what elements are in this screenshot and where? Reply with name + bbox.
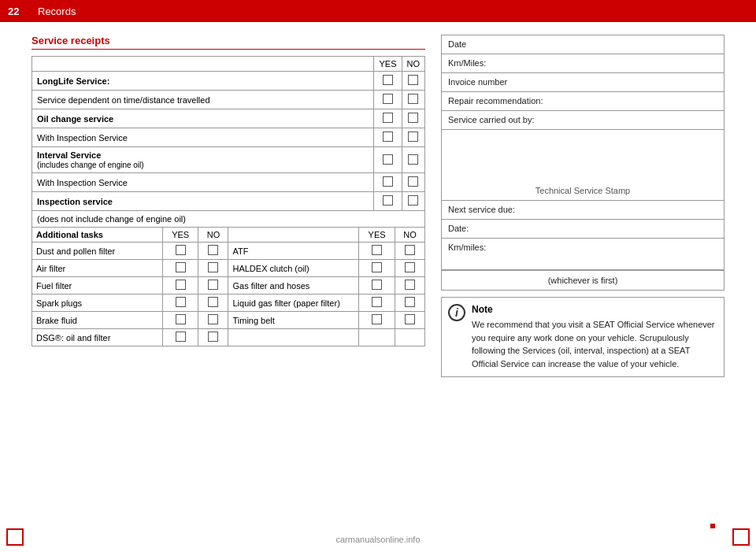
fuel-filter-label: Fuel filter [32, 277, 163, 295]
checkbox-spark-no[interactable] [208, 297, 218, 307]
dsg-label: DSG®: oil and filter [32, 329, 163, 346]
checkbox-brake-yes[interactable] [176, 314, 186, 324]
checkbox-liquid-gas-yes[interactable] [372, 297, 382, 307]
with-insp2-no-check[interactable] [402, 173, 425, 192]
brake-fluid-label: Brake fluid [32, 312, 163, 329]
with-insp1-no-check[interactable] [402, 128, 425, 147]
timing-no[interactable] [395, 312, 424, 329]
checkbox-with-insp1-no[interactable] [408, 132, 418, 142]
dsg-right-empty [228, 329, 359, 346]
checkbox-longlife-no[interactable] [408, 75, 418, 85]
air-yes[interactable] [162, 260, 198, 277]
checkbox-service-dep-no[interactable] [408, 94, 418, 104]
checkbox-oil-yes[interactable] [383, 113, 393, 123]
checkbox-air-no[interactable] [208, 262, 218, 272]
whichever-label: (whichever is first) [548, 276, 618, 285]
atf-yes[interactable] [359, 243, 395, 260]
air-no[interactable] [198, 260, 228, 277]
checkbox-with-insp2-no[interactable] [408, 176, 418, 187]
note-title: Note [472, 304, 717, 315]
atf-no[interactable] [395, 243, 424, 260]
date-row: Date [442, 35, 724, 54]
checkbox-atf-no[interactable] [405, 245, 415, 255]
with-insp1-yes-check[interactable] [374, 128, 402, 147]
checkbox-dust-no[interactable] [208, 245, 218, 255]
spark-no[interactable] [198, 295, 228, 312]
checkbox-longlife-yes[interactable] [383, 75, 393, 85]
checkbox-gas-no[interactable] [405, 280, 415, 290]
empty-header [32, 57, 374, 72]
checkbox-timing-no[interactable] [405, 314, 415, 324]
checkbox-fuel-no[interactable] [208, 280, 218, 290]
liquid-gas-yes[interactable] [359, 295, 395, 312]
checkbox-haldex-no[interactable] [405, 262, 415, 272]
longlife-no-check[interactable] [402, 72, 425, 91]
service-dep-yes-check[interactable] [374, 91, 402, 109]
red-square-bullet [710, 524, 715, 528]
checkbox-air-yes[interactable] [176, 262, 186, 272]
note-text: We recommend that you visit a SEAT Offic… [472, 318, 717, 370]
checkbox-interval-yes[interactable] [383, 154, 393, 165]
spark-yes[interactable] [162, 295, 198, 312]
checkbox-brake-no[interactable] [208, 314, 218, 324]
interval-service-label: Interval Service (includes change of eng… [32, 147, 374, 173]
inspection-no-check[interactable] [402, 192, 425, 211]
whichever-row: (whichever is first) [442, 270, 724, 290]
brake-yes[interactable] [162, 312, 198, 329]
gas-no[interactable] [395, 277, 424, 295]
interval-no-check[interactable] [402, 147, 425, 173]
checkbox-spark-yes[interactable] [176, 297, 186, 307]
table-row: Service dependent on time/distance trave… [32, 91, 425, 109]
page: 22 Records Service receipts YES NO [0, 0, 756, 552]
dsg-no[interactable] [198, 329, 228, 346]
note-content: Note We recommend that you visit a SEAT … [472, 304, 717, 370]
checkbox-inspection-yes[interactable] [383, 195, 393, 206]
checkbox-interval-no[interactable] [408, 154, 418, 165]
right-column: Date Km/Miles: Invoice number Repair rec… [441, 35, 724, 539]
interval-service-sub: (includes change of engine oil) [37, 161, 144, 169]
dust-yes[interactable] [162, 243, 198, 260]
gas-filter-label: Gas filter and hoses [228, 277, 359, 295]
interval-yes-check[interactable] [374, 147, 402, 173]
dust-no[interactable] [198, 243, 228, 260]
note-box: i Note We recommend that you visit a SEA… [441, 297, 724, 377]
oil-change-label: Oil change service [32, 109, 374, 128]
checkbox-dsg-no[interactable] [208, 332, 218, 342]
oil-no-check[interactable] [402, 109, 425, 128]
haldex-no[interactable] [395, 260, 424, 277]
checkbox-fuel-yes[interactable] [176, 280, 186, 290]
checkbox-gas-yes[interactable] [372, 280, 382, 290]
checkbox-atf-yes[interactable] [372, 245, 382, 255]
next-service-label: Next service due: [448, 205, 515, 214]
longlife-yes-check[interactable] [374, 72, 402, 91]
service-dep-no-check[interactable] [402, 91, 425, 109]
checkbox-dsg-yes[interactable] [176, 332, 186, 342]
left-column: Service receipts YES NO LongLife Service… [32, 35, 425, 539]
dsg-yes[interactable] [162, 329, 198, 346]
checkbox-haldex-yes[interactable] [372, 262, 382, 272]
inspection-yes-check[interactable] [374, 192, 402, 211]
page-number: 22 [8, 6, 32, 17]
add-no2-label: NO [395, 228, 424, 243]
gas-yes[interactable] [359, 277, 395, 295]
fuel-yes[interactable] [162, 277, 198, 295]
next-date-row: Date: [442, 220, 724, 239]
fuel-no[interactable] [198, 277, 228, 295]
checkbox-liquid-gas-no[interactable] [405, 297, 415, 307]
stamp-center-label: Technical Service Stamp [536, 186, 630, 195]
checkbox-oil-no[interactable] [408, 113, 418, 123]
brake-no[interactable] [198, 312, 228, 329]
liquid-gas-no[interactable] [395, 295, 424, 312]
service-receipts-table: YES NO LongLife Service: Service depende… [32, 56, 425, 228]
timing-yes[interactable] [359, 312, 395, 329]
with-insp2-yes-check[interactable] [374, 173, 402, 192]
liquid-gas-label: Liquid gas filter (paper filter) [228, 295, 359, 312]
oil-yes-check[interactable] [374, 109, 402, 128]
checkbox-dust-yes[interactable] [176, 245, 186, 255]
haldex-yes[interactable] [359, 260, 395, 277]
checkbox-service-dep-yes[interactable] [383, 94, 393, 104]
checkbox-inspection-no[interactable] [408, 195, 418, 206]
checkbox-timing-yes[interactable] [372, 314, 382, 324]
checkbox-with-insp2-yes[interactable] [383, 176, 393, 187]
checkbox-with-insp1-yes[interactable] [383, 132, 393, 142]
